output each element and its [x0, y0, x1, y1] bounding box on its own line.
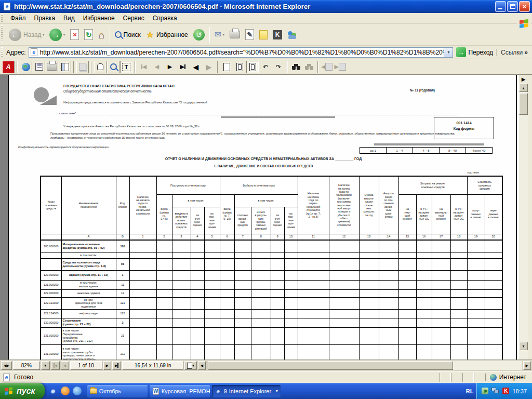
horizontal-scrollbar[interactable] [208, 361, 522, 370]
mail-dropdown-icon[interactable]: ▾ [222, 32, 224, 37]
tray-update-icon[interactable] [481, 387, 489, 395]
hscroll-left-button[interactable]: ◀ [198, 361, 206, 370]
address-dropdown-button[interactable]: ▼ [444, 48, 453, 57]
cell [298, 327, 329, 344]
menu-bar: Файл Правка Вид Избранное Сервис Справка [0, 13, 532, 24]
save-button[interactable] [33, 61, 45, 73]
quick-launch-media-player-icon[interactable] [61, 387, 70, 395]
hscroll-right-button[interactable]: ▶ [523, 361, 531, 370]
org-title: ГОСУДАРСТВЕННАЯ СТАТИСТИКА РЕСПУБЛИКИ КА… [63, 84, 175, 88]
restore-button[interactable] [507, 1, 518, 12]
go-button[interactable]: → Переход [456, 47, 493, 57]
fit-width-button[interactable] [246, 61, 259, 73]
task-group-caret-icon[interactable]: ▾ [276, 389, 278, 393]
zoom-dropdown-button[interactable]: ▼ [41, 361, 50, 370]
header-cell: в том числе: [234, 194, 298, 207]
history-button[interactable]: ↺ [191, 28, 207, 42]
back-dropdown-icon[interactable]: ▾ [42, 32, 44, 37]
table-row: Средства основного вида деятельности (су… [41, 258, 502, 270]
forward-button[interactable]: → ▾ [47, 27, 68, 43]
menu-favorites[interactable]: Избранное [79, 14, 119, 23]
copy-button [76, 61, 89, 73]
hscroll-thumb[interactable] [208, 361, 453, 370]
close-button[interactable]: × [519, 1, 530, 12]
task-word-document[interactable]: W Курсовая_РЕМОНТ ... [150, 385, 210, 397]
header-cell: 15 [398, 234, 416, 240]
toolbar-grip[interactable] [1, 25, 3, 44]
show-nav-pane-button[interactable] [59, 61, 71, 73]
start-button[interactable]: пуск [0, 383, 45, 399]
page-indicator[interactable]: 1 of 10 [70, 361, 102, 370]
last-page-button[interactable]: ▶ [112, 361, 121, 370]
find-again-button [303, 61, 315, 73]
search-button[interactable]: Поиск [112, 30, 143, 40]
pane-splitter-button[interactable]: ◀▶ [1, 361, 12, 370]
menu-edit[interactable]: Правка [30, 14, 60, 23]
pdf-page[interactable]: ГОСУДАРСТВЕННАЯ СТАТИСТИКА РЕСПУБЛИКИ КА… [10, 75, 517, 360]
links-bar[interactable]: Ссылки » [496, 49, 532, 56]
discuss-button[interactable] [257, 29, 270, 41]
hand-tool-button[interactable] [94, 61, 107, 73]
cell [220, 280, 234, 289]
print-document-button[interactable] [46, 61, 58, 73]
quick-launch-browser-icon[interactable] [73, 387, 82, 395]
address-input[interactable]: e http://www.stat.kz/stat/m_download/per… [29, 47, 454, 58]
rotate-left-button[interactable]: ↶ [259, 61, 272, 73]
back-button[interactable]: ← Назад ▾ [6, 27, 47, 43]
fit-page-button[interactable] [233, 61, 246, 73]
toolbar-grip[interactable] [1, 47, 3, 57]
text-select-tool-button[interactable]: T [120, 61, 132, 73]
messenger-button[interactable] [285, 29, 300, 41]
tray-network-icon[interactable] [491, 387, 499, 395]
actual-size-button[interactable] [220, 61, 233, 73]
menu-tools[interactable]: Сервис [119, 14, 149, 23]
next-page-button[interactable]: ▶ [103, 361, 111, 370]
home-button[interactable]: ⌂ [96, 28, 107, 42]
menu-file[interactable]: Файл [6, 14, 30, 23]
pdf-vertical-scrollbar[interactable]: ▶ ▲ ▼ [519, 75, 528, 360]
scroll-down-button[interactable]: ▼ [519, 342, 528, 350]
cell [220, 289, 234, 297]
magnifier-icon [110, 63, 117, 70]
page-layout-button[interactable]: ▾ [184, 361, 197, 370]
task-internet-explorer-group[interactable]: e 9 Internet Explorer ▾ [212, 385, 281, 397]
next-page-button[interactable]: ▶ [164, 61, 176, 73]
menu-help[interactable]: Справка [149, 14, 181, 23]
minimize-button[interactable] [495, 1, 506, 12]
cell [129, 289, 156, 297]
acrobat-web-button[interactable] [20, 61, 32, 73]
language-indicator[interactable]: RL [463, 388, 477, 394]
toolbar-grip[interactable] [1, 15, 3, 22]
refresh-button[interactable]: ↻ [82, 28, 96, 42]
edit-button[interactable]: ✎ [243, 28, 257, 42]
favorites-button[interactable]: ★ Избранное [143, 29, 191, 41]
print-button[interactable] [227, 29, 243, 40]
zoom-tool-button[interactable] [107, 61, 119, 73]
quick-launch-ie-icon[interactable]: e [49, 387, 58, 395]
adobe-acrobat-logo[interactable]: A [2, 61, 15, 73]
cell [129, 318, 156, 327]
kaspersky-button[interactable]: K [270, 29, 285, 41]
address-value[interactable]: http://www.stat.kz/stat/m_download/perec… [39, 49, 444, 56]
scroll-up-button[interactable]: ▲ [519, 84, 528, 92]
go-back-view-button[interactable]: ◀ [190, 61, 202, 73]
cell [379, 327, 398, 344]
scroll-thumb[interactable] [519, 93, 528, 115]
first-page-button: ◀ [51, 361, 60, 370]
header-cell: А [61, 234, 116, 240]
mail-button[interactable]: ✉ ▾ [212, 29, 227, 41]
tray-kaspersky-icon[interactable]: K [502, 387, 510, 395]
rotate-right-button[interactable]: ↷ [272, 61, 285, 73]
task-folder-october[interactable]: Октябрь [87, 385, 148, 397]
zoom-level[interactable]: 82% [13, 361, 40, 370]
cell [234, 289, 251, 297]
report-title: ОТЧЕТ О НАЛИЧИИ И ДВИЖЕНИИ ОСНОВНЫХ СРЕД… [10, 157, 517, 161]
cell [251, 297, 271, 309]
acrobat-status-bar: ◀▶ 82% ▼ ◀ ◀ 1 of 10 ▶ ▶ 16,54 x 11,69 i… [0, 360, 532, 371]
menu-view[interactable]: Вид [59, 14, 79, 23]
last-page-button[interactable]: ▶ [177, 61, 189, 73]
toolbar-overflow-icon[interactable]: ▶ [519, 75, 528, 83]
find-button[interactable] [290, 61, 302, 73]
stop-button[interactable]: × [68, 28, 82, 42]
forward-dropdown-icon[interactable]: ▾ [63, 32, 65, 37]
